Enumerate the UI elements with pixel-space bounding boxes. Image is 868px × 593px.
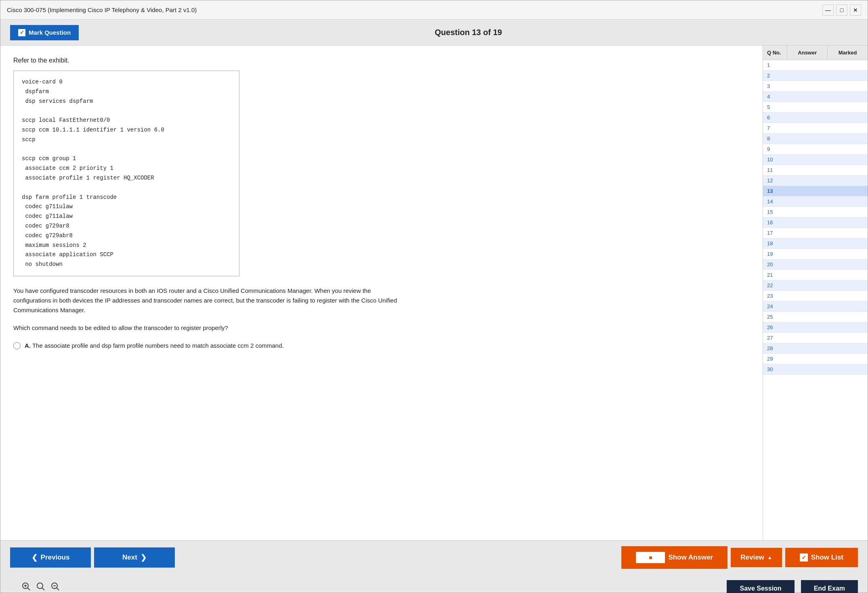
close-button[interactable]: ✕ xyxy=(850,4,861,16)
sidebar-row-qno: 19 xyxy=(763,251,787,257)
sidebar-row[interactable]: 7 xyxy=(763,123,868,134)
sidebar-row[interactable]: 13 xyxy=(763,186,868,196)
sidebar-row[interactable]: 30 xyxy=(763,364,868,375)
review-label: Review xyxy=(740,553,764,562)
sidebar-scroll-area[interactable]: 1 2 3 4 5 6 7 8 xyxy=(763,60,868,540)
sidebar-row-qno: 15 xyxy=(763,209,787,215)
sidebar-row-qno: 12 xyxy=(763,177,787,184)
mark-question-label: Mark Question xyxy=(29,29,71,36)
mark-question-button[interactable]: Mark Question xyxy=(10,25,79,40)
sidebar-row[interactable]: 24 xyxy=(763,301,868,312)
show-list-label: Show List xyxy=(811,553,843,562)
sidebar-row[interactable]: 27 xyxy=(763,333,868,343)
sidebar-row[interactable]: 17 xyxy=(763,228,868,238)
svg-line-7 xyxy=(57,588,59,590)
show-answer-checkbox-icon: ■ xyxy=(636,552,665,563)
show-answer-label: Show Answer xyxy=(668,553,713,562)
end-exam-button[interactable]: End Exam xyxy=(801,580,858,593)
sidebar-row-qno: 3 xyxy=(763,83,787,89)
bottom-navigation: ❮ Previous Next ❯ ■ Show Answer Review ▲… xyxy=(0,540,868,593)
answer-radio-a[interactable] xyxy=(13,342,21,349)
sidebar-row-qno: 30 xyxy=(763,366,787,372)
sidebar-row[interactable]: 20 xyxy=(763,259,868,270)
sidebar-row-qno: 22 xyxy=(763,282,787,288)
sidebar-row-qno: 11 xyxy=(763,167,787,173)
sidebar-row[interactable]: 8 xyxy=(763,134,868,144)
sidebar-row-qno: 26 xyxy=(763,324,787,330)
sidebar-row[interactable]: 12 xyxy=(763,175,868,186)
zoom-in-button[interactable] xyxy=(20,581,33,593)
sidebar-row-qno: 24 xyxy=(763,303,787,309)
question-list-sidebar: Q No. Answer Marked 1 2 3 4 5 xyxy=(763,46,868,540)
prev-chevron-icon: ❮ xyxy=(31,553,38,562)
sidebar-row-qno: 7 xyxy=(763,125,787,131)
code-exhibit: voice-card 0 dspfarm dsp services dspfar… xyxy=(13,71,239,276)
sidebar-row[interactable]: 1 xyxy=(763,60,868,71)
next-chevron-icon: ❯ xyxy=(140,553,147,562)
sidebar-row-qno: 20 xyxy=(763,261,787,267)
nav-row-1: ❮ Previous Next ❯ ■ Show Answer Review ▲… xyxy=(0,541,868,574)
next-label: Next xyxy=(122,553,137,562)
show-list-checkbox-icon: ✓ xyxy=(800,553,808,562)
sidebar-row[interactable]: 14 xyxy=(763,196,868,207)
sidebar-row[interactable]: 19 xyxy=(763,249,868,259)
main-area: Refer to the exhibit. voice-card 0 dspfa… xyxy=(0,46,868,540)
sidebar-row[interactable]: 29 xyxy=(763,354,868,364)
sidebar-row-qno: 25 xyxy=(763,314,787,320)
show-list-button[interactable]: ✓ Show List xyxy=(785,548,858,567)
sidebar-row[interactable]: 11 xyxy=(763,165,868,175)
sidebar-marked-header: Marked xyxy=(828,46,868,60)
sidebar-row-qno: 27 xyxy=(763,335,787,341)
sidebar-row[interactable]: 3 xyxy=(763,81,868,92)
sidebar-row[interactable]: 18 xyxy=(763,238,868,249)
sidebar-row-qno: 14 xyxy=(763,198,787,205)
svg-point-4 xyxy=(37,583,43,589)
sidebar-row-qno: 1 xyxy=(763,62,787,68)
app-window: Cisco 300-075 (Implementing Cisco IP Tel… xyxy=(0,0,868,593)
sidebar-row-qno: 8 xyxy=(763,136,787,142)
titlebar: Cisco 300-075 (Implementing Cisco IP Tel… xyxy=(0,0,868,20)
sidebar-row[interactable]: 26 xyxy=(763,322,868,333)
sidebar-row[interactable]: 2 xyxy=(763,71,868,81)
bottom-right-buttons: Save Session End Exam xyxy=(727,580,858,593)
previous-label: Previous xyxy=(41,553,70,562)
review-dropdown-arrow: ▲ xyxy=(767,555,772,560)
sidebar-row-qno: 21 xyxy=(763,272,787,278)
sidebar-row-qno: 23 xyxy=(763,293,787,299)
previous-button[interactable]: ❮ Previous xyxy=(10,547,91,568)
sidebar-row[interactable]: 21 xyxy=(763,270,868,280)
sidebar-row-qno: 2 xyxy=(763,73,787,79)
svg-line-5 xyxy=(42,588,44,590)
sidebar-row[interactable]: 15 xyxy=(763,207,868,217)
show-answer-button[interactable]: ■ Show Answer xyxy=(621,546,728,569)
sidebar-row-qno: 16 xyxy=(763,219,787,226)
sidebar-row[interactable]: 23 xyxy=(763,291,868,301)
sidebar-row[interactable]: 5 xyxy=(763,102,868,113)
sidebar-row[interactable]: 4 xyxy=(763,92,868,102)
sidebar-row[interactable]: 10 xyxy=(763,155,868,165)
sidebar-row[interactable]: 9 xyxy=(763,144,868,155)
sidebar-row[interactable]: 6 xyxy=(763,113,868,123)
sidebar-qno-header: Q No. xyxy=(763,46,787,60)
sidebar-row[interactable]: 22 xyxy=(763,280,868,291)
sidebar-row[interactable]: 16 xyxy=(763,217,868,228)
zoom-out-button[interactable] xyxy=(49,581,62,593)
sidebar-row-qno: 17 xyxy=(763,230,787,236)
zoom-controls xyxy=(10,581,71,593)
next-button[interactable]: Next ❯ xyxy=(94,547,175,568)
minimize-button[interactable]: — xyxy=(822,4,834,16)
zoom-reset-button[interactable] xyxy=(34,581,47,593)
question-body: You have configured transcoder resources… xyxy=(13,286,409,315)
question-area: Refer to the exhibit. voice-card 0 dspfa… xyxy=(0,46,763,540)
review-button[interactable]: Review ▲ xyxy=(731,548,782,567)
mark-checkbox-icon xyxy=(18,29,25,36)
bottom-row: Save Session End Exam xyxy=(0,574,868,593)
sidebar-row-qno: 18 xyxy=(763,240,787,246)
sidebar-row-qno: 29 xyxy=(763,356,787,362)
sidebar-row[interactable]: 28 xyxy=(763,343,868,354)
sidebar-answer-header: Answer xyxy=(787,46,828,60)
sidebar-row-qno: 28 xyxy=(763,345,787,351)
maximize-button[interactable]: □ xyxy=(836,4,847,16)
save-session-button[interactable]: Save Session xyxy=(727,580,794,593)
sidebar-row[interactable]: 25 xyxy=(763,312,868,322)
